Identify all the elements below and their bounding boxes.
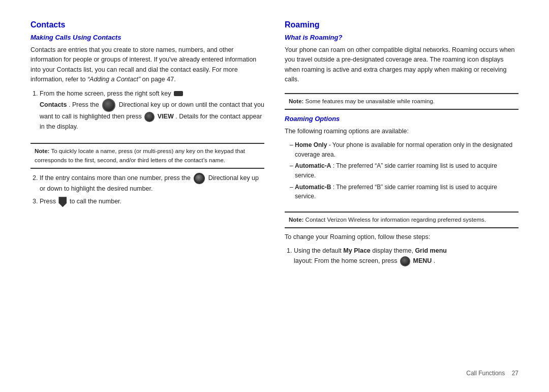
note-box-3: Note: Contact Verizon Wireless for infor… [285, 212, 518, 228]
what-is-roaming-subtitle: What is Roaming? [285, 34, 518, 41]
making-calls-subtitle: Making Calls Using Contacts [30, 34, 264, 41]
roaming-intro-paragraph: Your phone can roam on other compatible … [285, 45, 518, 85]
soft-key-button-icon [174, 91, 183, 96]
note-box-2: Note: Some features may be unavailable w… [285, 93, 518, 110]
step-3: Press to call the number. [40, 197, 264, 207]
left-column: Contacts Making Calls Using Contacts Con… [30, 20, 264, 365]
roaming-options-list: Home Only - Your phone is available for … [285, 140, 518, 203]
right-column: Roaming What is Roaming? Your phone can … [285, 20, 518, 365]
footer-page-number: 27 [512, 370, 518, 377]
footer-spacer [505, 370, 511, 377]
roaming-step-1: Using the default My Place display theme… [294, 246, 518, 266]
call-button-icon [58, 197, 67, 207]
option-home-only: Home Only - Your phone is available for … [290, 140, 518, 159]
change-roaming-text: To change your Roaming option, follow th… [285, 232, 518, 242]
roaming-change-steps: Using the default My Place display theme… [285, 246, 518, 269]
contacts-intro-paragraph: Contacts are entries that you create to … [30, 45, 264, 85]
option-automatic-b: Automatic-B : The preferred “B” side car… [290, 183, 518, 201]
step-2: If the entry contains more than one numb… [40, 173, 264, 194]
page: Contacts Making Calls Using Contacts Con… [0, 0, 549, 392]
main-content: Contacts Making Calls Using Contacts Con… [30, 20, 518, 365]
view-press-button-icon [144, 112, 155, 122]
roaming-options-subtitle: Roaming Options [285, 115, 518, 123]
footer-label: Call Functions [466, 370, 505, 377]
contacts-steps-list: From the home screen, press the right so… [30, 89, 264, 135]
contacts-section-title: Contacts [30, 20, 264, 29]
page-footer: Call Functions 27 [30, 365, 518, 377]
roaming-options-intro: The following roaming options are availa… [285, 127, 518, 136]
menu-press-button-icon [400, 256, 410, 266]
roaming-section-title: Roaming [285, 20, 518, 29]
option-automatic-a: Automatic-A : The preferred “A” side car… [290, 161, 518, 180]
directional-key-icon [102, 99, 115, 112]
note-box-1: Note: To quickly locate a name, press (o… [30, 143, 264, 169]
contacts-steps-list-2: If the entry contains more than one numb… [30, 173, 264, 210]
step-1: From the home screen, press the right so… [40, 89, 264, 132]
directional-key2-icon [194, 173, 205, 184]
